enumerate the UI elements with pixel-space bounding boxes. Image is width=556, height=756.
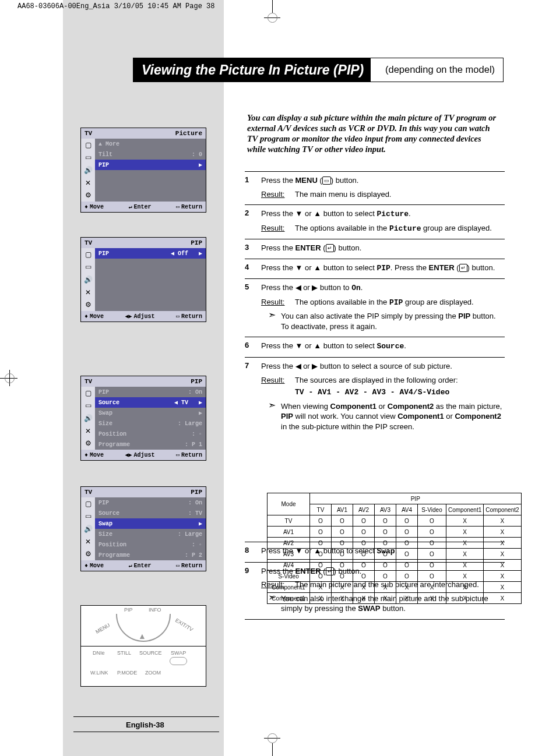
cell: O [418,538,446,549]
osd-size: Size [98,531,112,538]
remote-swap: SWAP [171,650,186,656]
osd-pos: Position [98,431,126,437]
osd-icon-col: ▢▭🔊✕⚙ [81,387,95,450]
osd-size: Size [98,421,112,427]
t: Press the ▼ or ▲ button to select [261,263,376,272]
cell: O [375,538,396,549]
cell: O [375,560,396,571]
cell: X [484,571,521,582]
t: ENTER [429,263,455,272]
remote-wlink: W.LINK [90,670,108,676]
osd-enter: Enter [134,563,152,569]
result-label: Result: [261,189,295,200]
osd-adjust: Adjust [134,452,155,458]
cell: O [310,560,332,571]
menu-icon: ▭ [322,176,331,185]
page-foot: English-38 [126,720,164,729]
osd-on: : On [188,389,202,395]
t: SWAP [358,604,380,613]
osd-p1: : P 1 [185,441,202,448]
cell: O [375,571,396,582]
cell: O [396,549,418,560]
t: Press the ◀ or ▶ button to [261,283,351,292]
cell: O [353,560,375,571]
crop-mark [272,733,273,756]
cell: O [310,515,332,527]
tv-icon: ▢ [81,139,95,151]
t: The options available in the [295,298,389,306]
step-num: 7 [245,361,261,536]
step-num: 2 [245,209,261,234]
cell: O [332,538,353,549]
t: ENTER [295,243,321,252]
step-num: 3 [245,243,261,253]
updown-icon: ♦ [85,204,88,210]
t: group are displayed. [403,298,473,306]
osd-tv: TV [85,489,92,496]
osd-pos-v: : [192,542,195,548]
osd-return: Return [181,452,202,458]
t: button. [381,604,406,613]
osd-pos: Position [98,542,126,548]
osd-adjust: Adjust [134,313,155,320]
arrow-right-icon: ▶ [188,400,202,406]
t: PIP [281,412,293,421]
t: in the sub-picture within the PIP screen… [281,422,414,431]
osd-source: Source [98,400,119,406]
intro-text: You can display a sub picture within the… [247,112,500,155]
cell: X [484,515,521,527]
arrow-right-icon: ▶ [188,250,202,257]
cell: X [484,527,521,538]
osd-src-tv: : TV [188,510,202,517]
rule [73,716,219,717]
lr-icon: ◀▶ [125,451,132,458]
t: Press the [261,243,295,252]
osd-swap: Swap [98,521,112,527]
cell: X [396,593,418,604]
osd-picture: TVPicture ▢▭🔊✕⚙ ▲ More Tilt: 0 PIP▶ ♦Mov… [80,128,206,213]
cell: O [418,560,446,571]
t: Component2 [388,402,434,411]
t: On [351,284,361,292]
cell: O [332,571,353,582]
cell: X [396,582,418,593]
arrow-left-icon: ◀ [171,250,178,257]
cell: X [310,582,332,593]
cell: O [353,538,375,549]
t: Component2 [455,412,501,421]
t: Picture [376,210,409,218]
cell: O [310,538,332,549]
osd-pip-off: TVPIP ▢▭🔊✕⚙ PIP◀ Off ▶ ♦Move ◀▶Adjust ▭R… [80,237,206,322]
remote-pmode: P.MODE [117,670,137,676]
cell: X [484,582,521,593]
cell: X [353,582,375,593]
result-label: Result: [261,375,295,386]
cell: O [375,549,396,560]
t: or [376,402,388,411]
t: . [404,341,406,350]
step-num: 8 [245,546,261,557]
note-arrow-icon: ➣ [268,311,281,331]
t: Press the [261,176,295,185]
t: MENU [295,176,318,185]
row-label: AV3 [268,549,310,560]
osd-source: Source [98,510,119,517]
osd-off: Off [178,250,188,257]
osd-pip: PIP [98,162,109,168]
remote-info: INFO [149,607,161,613]
t: Component1 [330,402,376,411]
cell: O [375,527,396,538]
t: ) button. [467,263,495,272]
osd-pip: PIP [98,389,109,395]
result-label: Result: [261,297,295,308]
arrow-left-icon: ◀ [174,400,181,406]
cell: O [310,549,332,560]
remote-diagram: PIP INFO MENU EXIT/TV ▲ DNIe STILL SOURC… [80,605,206,687]
cell: O [353,515,375,527]
sound-icon: 🔊 [81,164,95,176]
cell: X [332,593,353,604]
osd-enter: Enter [134,204,152,210]
cell: X [446,582,484,593]
arrow-right-icon: ▶ [199,409,202,416]
cell: X [446,593,484,604]
